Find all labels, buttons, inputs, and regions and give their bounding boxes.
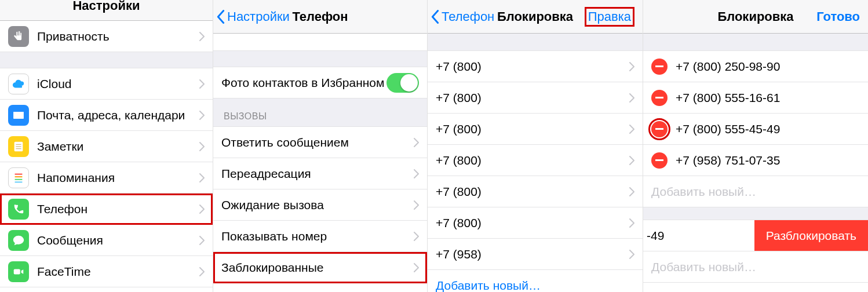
settings-row-icloud[interactable]: iCloud [0,68,213,100]
contact-photos-row[interactable]: Фото контактов в Избранном [213,67,427,98]
chevron-right-icon [199,79,205,89]
blocked-number-row[interactable]: +7 (800) [428,114,643,145]
blocked-number-row[interactable]: +7 (800) [428,82,643,114]
settings-row-заметки[interactable]: Заметки [0,131,213,162]
section-header: ВЫЗОВЫ [213,98,427,127]
phone-settings-panel: Настройки Телефон Фото контактов в Избра… [213,0,428,292]
back-button[interactable]: Настройки [217,9,290,24]
page-title: Блокировка [497,9,573,24]
message-icon [8,230,29,251]
svg-rect-8 [14,269,20,274]
mail-icon [8,105,29,126]
row-label: +7 (800) [436,60,629,74]
row-label: +7 (800) [436,216,629,230]
delete-minus-icon[interactable] [651,90,668,106]
settings-row-сообщения[interactable]: Сообщения [0,225,213,256]
chevron-right-icon [629,250,634,259]
chevron-right-icon [199,205,205,214]
chevron-right-icon [199,236,205,245]
hand-icon [8,26,29,47]
settings-row-почта-адреса-календари[interactable]: Почта, адреса, календари [0,100,213,131]
delete-minus-icon[interactable] [651,121,668,137]
blocking-edit-panel: Блокировка Готово +7 (800) 250-98-90+7 (… [643,0,868,292]
chevron-right-icon [629,156,634,165]
row-label: Переадресация [221,167,414,181]
delete-minus-icon[interactable] [651,59,668,75]
edit-button[interactable]: Правка [585,7,634,27]
chevron-right-icon [199,142,205,151]
chevron-right-icon [199,32,205,41]
settings-row-напоминания[interactable]: Напоминания [0,162,213,194]
chevron-right-icon [414,263,419,272]
call-settings-row[interactable]: Показывать номер [213,221,427,252]
blocked-number-row[interactable]: +7 (958) [428,239,643,270]
settings-row-приватность[interactable]: Приватность [0,21,213,52]
blocked-number-row[interactable]: +7 (800) [428,207,643,239]
navbar: Настройки Телефон [213,0,427,34]
blocked-number-edit-row[interactable]: +7 (958) 751-07-35 [643,145,868,176]
swipe-row[interactable]: -49 Разблокировать [643,220,868,251]
settings-row-facetime[interactable]: FaceTime [0,256,213,287]
section-gap [213,51,427,67]
section-gap [428,34,643,51]
row-label: +7 (958) 751-07-35 [676,154,860,167]
page-title: Настройки [72,0,140,13]
back-label: Настройки [227,9,290,24]
row-label: +7 (800) [436,185,629,199]
call-settings-row[interactable]: Переадресация [213,158,427,189]
blocked-number-edit-row[interactable]: +7 (800) 555-16-61 [643,82,868,114]
row-label: +7 (800) 555-16-61 [676,91,860,105]
blocked-number-row[interactable]: +7 (800) [428,176,643,207]
row-label: +7 (800) [436,154,629,167]
settings-row-телефон[interactable]: Телефон [0,194,213,225]
reminders-icon [8,167,29,188]
unblock-label: Разблокировать [766,229,856,243]
row-label: Фото контактов в Избранном [221,76,386,90]
chevron-right-icon [199,111,205,120]
row-label: +7 (958) [436,247,629,261]
add-new-row[interactable]: Добавить новый… [428,270,643,292]
call-settings-row[interactable]: Ожидание вызова [213,189,427,221]
section-gap [0,52,213,68]
blocked-number-edit-row[interactable]: +7 (800) 555-45-49 [643,114,868,145]
row-label: Телефон [37,202,199,216]
chevron-right-icon [199,267,205,276]
chevron-right-icon [414,200,419,210]
add-new-row[interactable]: Добавить новый… [643,251,868,283]
navbar: Настройки [0,0,213,21]
chevron-right-icon [629,93,634,103]
chevron-right-icon [629,125,634,134]
section-gap [643,34,868,51]
call-settings-row[interactable]: Заблокированные [213,252,427,283]
done-button[interactable]: Готово [816,9,860,24]
blocked-number-row[interactable]: +7 (800) [428,145,643,176]
row-label: Почта, адреса, календари [37,108,199,122]
blocked-number-row[interactable]: +7 (800) [428,51,643,82]
row-label: FaceTime [37,265,199,279]
call-settings-row[interactable]: Ответить сообщением [213,127,427,158]
toggle-switch[interactable] [386,73,419,93]
unblock-button[interactable]: Разблокировать [754,220,868,251]
chevron-right-icon [629,187,634,196]
svg-rect-7 [15,181,23,183]
section-gap [643,207,868,220]
row-label: Заметки [37,140,199,154]
row-label: Сообщения [37,233,199,247]
chevron-right-icon [414,232,419,241]
cloud-icon [8,74,29,94]
row-label: Ожидание вызова [221,198,414,212]
back-button[interactable]: Телефон [431,9,494,24]
chevron-right-icon [629,218,634,228]
back-label: Телефон [442,9,494,24]
row-label: Заблокированные [221,261,414,275]
add-new-label: Добавить новый… [436,279,634,293]
add-new-row[interactable]: Добавить новый… [643,176,868,207]
page-title: Блокировка [717,9,793,24]
chevron-right-icon [414,138,419,147]
blocked-number-edit-row[interactable]: +7 (800) 250-98-90 [643,51,868,82]
delete-minus-icon[interactable] [651,152,668,169]
svg-rect-4 [15,173,23,174]
row-label: Напоминания [37,171,199,185]
chevron-right-icon [414,169,419,178]
svg-rect-5 [15,176,23,177]
